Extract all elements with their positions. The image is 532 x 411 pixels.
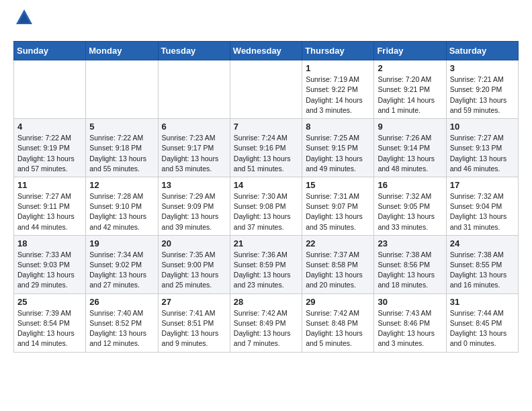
calendar-week-row: 25Sunrise: 7:39 AM Sunset: 8:54 PM Dayli… <box>14 293 519 352</box>
day-info: Sunrise: 7:23 AM Sunset: 9:17 PM Dayligh… <box>162 133 226 174</box>
calendar-cell <box>230 60 302 119</box>
calendar-cell: 17Sunrise: 7:32 AM Sunset: 9:04 PM Dayli… <box>446 177 518 235</box>
day-info: Sunrise: 7:20 AM Sunset: 9:21 PM Dayligh… <box>378 75 442 116</box>
calendar-cell: 4Sunrise: 7:22 AM Sunset: 9:19 PM Daylig… <box>14 119 86 177</box>
calendar-cell <box>86 60 158 119</box>
day-number: 18 <box>17 238 82 248</box>
calendar-cell: 20Sunrise: 7:35 AM Sunset: 9:00 PM Dayli… <box>158 235 230 293</box>
day-info: Sunrise: 7:28 AM Sunset: 9:10 PM Dayligh… <box>89 191 154 232</box>
calendar-cell: 18Sunrise: 7:33 AM Sunset: 9:03 PM Dayli… <box>14 235 86 293</box>
calendar-cell: 31Sunrise: 7:44 AM Sunset: 8:45 PM Dayli… <box>446 293 518 352</box>
day-number: 21 <box>234 238 298 248</box>
day-number: 15 <box>306 180 370 190</box>
day-number: 7 <box>234 122 298 132</box>
day-info: Sunrise: 7:34 AM Sunset: 9:02 PM Dayligh… <box>89 250 154 291</box>
day-info: Sunrise: 7:37 AM Sunset: 8:58 PM Dayligh… <box>306 250 370 291</box>
day-info: Sunrise: 7:29 AM Sunset: 9:09 PM Dayligh… <box>162 191 226 232</box>
day-info: Sunrise: 7:42 AM Sunset: 8:49 PM Dayligh… <box>234 308 298 349</box>
calendar-cell: 5Sunrise: 7:22 AM Sunset: 9:18 PM Daylig… <box>86 119 158 177</box>
day-number: 9 <box>378 122 442 132</box>
day-number: 17 <box>450 180 515 190</box>
calendar-cell: 24Sunrise: 7:38 AM Sunset: 8:55 PM Dayli… <box>446 235 518 293</box>
calendar-cell: 22Sunrise: 7:37 AM Sunset: 8:58 PM Dayli… <box>302 235 374 293</box>
day-header-sunday: Sunday <box>14 42 86 60</box>
day-number: 6 <box>162 122 226 132</box>
day-info: Sunrise: 7:38 AM Sunset: 8:56 PM Dayligh… <box>378 250 442 291</box>
day-info: Sunrise: 7:33 AM Sunset: 9:03 PM Dayligh… <box>17 250 82 291</box>
page: SundayMondayTuesdayWednesdayThursdayFrid… <box>0 0 532 363</box>
calendar-cell: 3Sunrise: 7:21 AM Sunset: 9:20 PM Daylig… <box>446 60 518 119</box>
day-number: 23 <box>378 238 442 248</box>
calendar-week-row: 1Sunrise: 7:19 AM Sunset: 9:22 PM Daylig… <box>14 60 519 119</box>
calendar-cell: 15Sunrise: 7:31 AM Sunset: 9:07 PM Dayli… <box>302 177 374 235</box>
day-number: 14 <box>234 180 298 190</box>
day-header-tuesday: Tuesday <box>158 42 230 60</box>
day-info: Sunrise: 7:27 AM Sunset: 9:13 PM Dayligh… <box>450 133 515 174</box>
calendar-cell: 28Sunrise: 7:42 AM Sunset: 8:49 PM Dayli… <box>230 293 302 352</box>
day-header-thursday: Thursday <box>302 42 374 60</box>
calendar-cell <box>158 60 230 119</box>
day-info: Sunrise: 7:22 AM Sunset: 9:18 PM Dayligh… <box>89 133 154 174</box>
calendar-cell: 19Sunrise: 7:34 AM Sunset: 9:02 PM Dayli… <box>86 235 158 293</box>
day-number: 29 <box>306 297 370 307</box>
day-info: Sunrise: 7:25 AM Sunset: 9:15 PM Dayligh… <box>306 133 370 174</box>
calendar-header-row: SundayMondayTuesdayWednesdayThursdayFrid… <box>14 42 519 60</box>
calendar-cell: 1Sunrise: 7:19 AM Sunset: 9:22 PM Daylig… <box>302 60 374 119</box>
logo <box>13 11 34 33</box>
day-info: Sunrise: 7:31 AM Sunset: 9:07 PM Dayligh… <box>306 191 370 232</box>
day-info: Sunrise: 7:21 AM Sunset: 9:20 PM Dayligh… <box>450 75 515 116</box>
day-header-saturday: Saturday <box>446 42 518 60</box>
day-number: 22 <box>306 238 370 248</box>
day-info: Sunrise: 7:24 AM Sunset: 9:16 PM Dayligh… <box>234 133 298 174</box>
day-number: 2 <box>378 63 442 73</box>
calendar-cell: 10Sunrise: 7:27 AM Sunset: 9:13 PM Dayli… <box>446 119 518 177</box>
day-info: Sunrise: 7:35 AM Sunset: 9:00 PM Dayligh… <box>162 250 226 291</box>
day-number: 19 <box>89 238 154 248</box>
day-number: 5 <box>89 122 154 132</box>
day-number: 26 <box>89 297 154 307</box>
day-info: Sunrise: 7:22 AM Sunset: 9:19 PM Dayligh… <box>17 133 82 174</box>
calendar-cell <box>14 60 86 119</box>
day-info: Sunrise: 7:19 AM Sunset: 9:22 PM Dayligh… <box>306 75 370 116</box>
day-number: 12 <box>89 180 154 190</box>
calendar-cell: 7Sunrise: 7:24 AM Sunset: 9:16 PM Daylig… <box>230 119 302 177</box>
day-info: Sunrise: 7:27 AM Sunset: 9:11 PM Dayligh… <box>17 191 82 232</box>
day-info: Sunrise: 7:32 AM Sunset: 9:04 PM Dayligh… <box>450 191 515 232</box>
day-number: 25 <box>17 297 82 307</box>
day-number: 24 <box>450 238 515 248</box>
calendar-cell: 9Sunrise: 7:26 AM Sunset: 9:14 PM Daylig… <box>374 119 446 177</box>
calendar-week-row: 18Sunrise: 7:33 AM Sunset: 9:03 PM Dayli… <box>14 235 519 293</box>
calendar-cell: 25Sunrise: 7:39 AM Sunset: 8:54 PM Dayli… <box>14 293 86 352</box>
day-number: 30 <box>378 297 442 307</box>
day-number: 8 <box>306 122 370 132</box>
day-number: 4 <box>17 122 82 132</box>
day-number: 1 <box>306 63 370 73</box>
day-number: 11 <box>17 180 82 190</box>
calendar-cell: 30Sunrise: 7:43 AM Sunset: 8:46 PM Dayli… <box>374 293 446 352</box>
day-header-wednesday: Wednesday <box>230 42 302 60</box>
calendar-cell: 12Sunrise: 7:28 AM Sunset: 9:10 PM Dayli… <box>86 177 158 235</box>
calendar-cell: 26Sunrise: 7:40 AM Sunset: 8:52 PM Dayli… <box>86 293 158 352</box>
logo-icon <box>15 8 34 27</box>
calendar-cell: 2Sunrise: 7:20 AM Sunset: 9:21 PM Daylig… <box>374 60 446 119</box>
day-info: Sunrise: 7:30 AM Sunset: 9:08 PM Dayligh… <box>234 191 298 232</box>
calendar-cell: 21Sunrise: 7:36 AM Sunset: 8:59 PM Dayli… <box>230 235 302 293</box>
calendar-cell: 8Sunrise: 7:25 AM Sunset: 9:15 PM Daylig… <box>302 119 374 177</box>
calendar-cell: 11Sunrise: 7:27 AM Sunset: 9:11 PM Dayli… <box>14 177 86 235</box>
day-info: Sunrise: 7:36 AM Sunset: 8:59 PM Dayligh… <box>234 250 298 291</box>
calendar: SundayMondayTuesdayWednesdayThursdayFrid… <box>13 41 519 352</box>
day-info: Sunrise: 7:43 AM Sunset: 8:46 PM Dayligh… <box>378 308 442 349</box>
day-info: Sunrise: 7:26 AM Sunset: 9:14 PM Dayligh… <box>378 133 442 174</box>
calendar-cell: 23Sunrise: 7:38 AM Sunset: 8:56 PM Dayli… <box>374 235 446 293</box>
calendar-cell: 27Sunrise: 7:41 AM Sunset: 8:51 PM Dayli… <box>158 293 230 352</box>
day-info: Sunrise: 7:44 AM Sunset: 8:45 PM Dayligh… <box>450 308 515 349</box>
calendar-cell: 29Sunrise: 7:42 AM Sunset: 8:48 PM Dayli… <box>302 293 374 352</box>
day-number: 20 <box>162 238 226 248</box>
day-number: 31 <box>450 297 515 307</box>
day-number: 10 <box>450 122 515 132</box>
calendar-cell: 6Sunrise: 7:23 AM Sunset: 9:17 PM Daylig… <box>158 119 230 177</box>
day-header-monday: Monday <box>86 42 158 60</box>
day-info: Sunrise: 7:40 AM Sunset: 8:52 PM Dayligh… <box>89 308 154 349</box>
day-info: Sunrise: 7:32 AM Sunset: 9:05 PM Dayligh… <box>378 191 442 232</box>
calendar-week-row: 4Sunrise: 7:22 AM Sunset: 9:19 PM Daylig… <box>14 119 519 177</box>
